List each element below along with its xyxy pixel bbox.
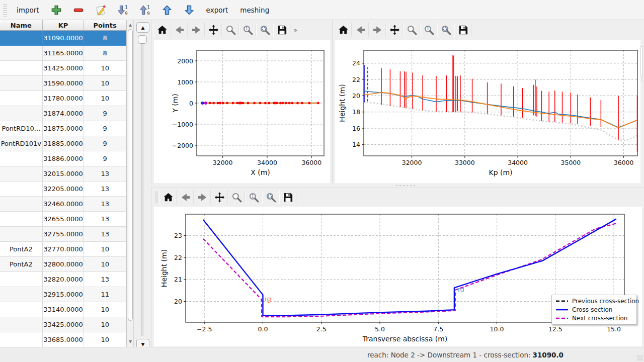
zoom-button[interactable] [222,23,239,37]
table-scrollbar[interactable]: ▲ ▼ [127,20,134,347]
cell-points[interactable]: 10 [84,91,126,106]
forward-button[interactable] [194,190,211,204]
zoom-one-button[interactable]: 1 [245,190,262,204]
cross-section-canvas[interactable]: −2.50.02.55.07.510.012.515.020212223Tran… [154,207,642,346]
sort-ascending-button[interactable]: 19 [135,2,155,18]
pan-button[interactable] [211,190,228,204]
profile-canvas[interactable]: 3200033000340003500036000141618202224Kp … [335,40,640,183]
toolbar-drag-handle[interactable] [155,191,158,203]
profile-side-scrollbar[interactable] [640,46,643,82]
cell-name[interactable] [0,227,43,242]
remove-cross-section-button[interactable] [68,2,89,18]
meshing-button[interactable]: meshing [235,2,274,18]
cell-kp[interactable]: 32915.0000 [43,287,85,302]
cell-points[interactable]: 8 [84,46,126,61]
table-row[interactable]: 31780.000010 [0,91,126,106]
table-row[interactable]: PontA232770.000010 [0,242,126,257]
zoom-region-button[interactable] [256,23,273,37]
table-row[interactable]: 32655.000013 [0,212,126,227]
table-row[interactable]: 31874.00009 [0,106,126,121]
cell-points[interactable]: 9 [84,136,126,151]
cell-kp[interactable]: 33425.0000 [43,317,85,332]
toolbar-drag-handle[interactable] [3,4,7,17]
move-up-button[interactable] [157,2,177,18]
table-row[interactable]: PontRD101v31885.00009 [0,136,126,151]
cell-name[interactable]: PontA2 [0,257,43,272]
cell-name[interactable] [0,166,43,182]
cell-points[interactable]: 10 [84,242,126,257]
move-down-button[interactable] [179,2,199,18]
cell-name[interactable] [0,212,43,227]
scroll-down-icon[interactable]: ▼ [127,338,134,345]
cell-points[interactable]: 13 [84,212,126,227]
pan-button[interactable] [205,23,222,37]
edit-cross-section-button[interactable] [91,2,111,18]
zoom-region-button[interactable] [437,23,454,37]
resize-grip-icon[interactable] [637,355,643,361]
cell-name[interactable] [0,317,43,332]
cell-name[interactable] [0,76,43,91]
table-row[interactable]: 31165.00008 [0,46,126,61]
table-row[interactable]: 32820.000013 [0,272,126,287]
save-button[interactable] [279,190,296,204]
cell-points[interactable]: 10 [84,76,126,91]
back-button[interactable] [177,190,194,204]
cell-kp[interactable]: 31165.0000 [43,46,85,61]
cell-name[interactable] [0,332,43,347]
table-row[interactable]: 32460.000013 [0,197,126,212]
save-button[interactable] [454,23,471,37]
navigate-up-button[interactable]: ▲ [136,22,149,33]
forward-button[interactable] [369,23,386,37]
sort-descending-button[interactable]: 19 [113,2,133,18]
table-scrollbar-thumb[interactable] [128,29,133,321]
table-row[interactable]: 31886.00009 [0,151,126,166]
zoom-button[interactable] [228,190,245,204]
cell-kp[interactable]: 33685.0000 [43,332,85,347]
column-header-name[interactable]: Name [0,20,43,30]
plan-view-canvas[interactable]: 320003400036000−2000−1000010002000X (m)Y… [154,40,330,183]
table-row[interactable]: 32915.000011 [0,287,126,302]
cell-name[interactable] [0,272,43,287]
cell-kp[interactable]: 31885.0000 [43,136,85,151]
cell-name[interactable] [0,61,43,76]
cell-points[interactable]: 13 [84,197,126,212]
zoom-one-button[interactable]: 1 [239,23,256,37]
cell-kp[interactable]: 32820.0000 [43,272,85,287]
cell-points[interactable]: 10 [84,257,126,272]
save-button[interactable] [273,23,290,37]
cell-kp[interactable]: 31886.0000 [43,151,85,166]
back-button[interactable] [171,23,188,37]
cell-kp[interactable]: 31090.0000 [43,31,85,46]
cell-kp[interactable]: 31590.0000 [43,76,85,91]
table-row[interactable]: 31425.000010 [0,61,126,76]
scroll-up-icon[interactable]: ▲ [127,21,134,28]
toolbar-overflow-button[interactable]: » [290,26,300,34]
zoom-button[interactable] [403,23,420,37]
import-button[interactable]: import [12,2,44,18]
cell-points[interactable]: 10 [84,317,126,332]
table-row[interactable]: 32755.000013 [0,227,126,242]
cell-kp[interactable]: 32655.0000 [43,212,85,227]
cell-name[interactable] [0,151,43,166]
cell-name[interactable] [0,197,43,212]
zoom-region-button[interactable] [262,190,279,204]
table-row[interactable]: PontRD10...31875.00009 [0,121,126,136]
cell-kp[interactable]: 31875.0000 [43,121,85,136]
table-row[interactable]: 32015.000013 [0,166,126,182]
table-row[interactable]: 33425.000010 [0,317,126,332]
table-row[interactable]: 31090.00008 [0,31,126,46]
cell-kp[interactable]: 33140.0000 [43,302,85,317]
export-button[interactable]: export [201,2,233,18]
cell-kp[interactable]: 31874.0000 [43,106,85,121]
cell-name[interactable]: PontA2 [0,242,43,257]
cell-points[interactable]: 11 [84,287,126,302]
cell-name[interactable]: PontRD101v [0,136,43,151]
cell-kp[interactable]: 32460.0000 [43,197,85,212]
cell-kp[interactable]: 32015.0000 [43,166,85,182]
table-row[interactable]: 31590.000010 [0,76,126,91]
cell-points[interactable]: 9 [84,121,126,136]
pan-button[interactable] [386,23,403,37]
navigator-track[interactable] [141,44,143,336]
cell-name[interactable]: PontRD10... [0,121,43,136]
cell-points[interactable]: 13 [84,182,126,197]
